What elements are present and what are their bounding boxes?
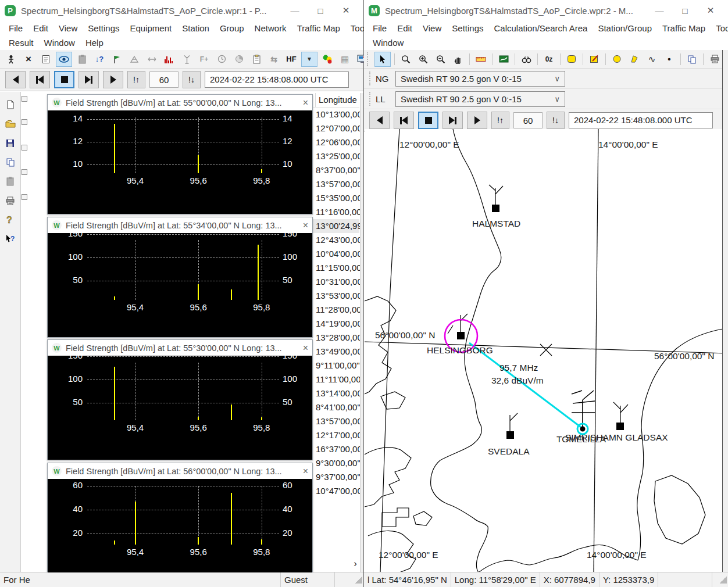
- delete-icon[interactable]: ×: [21, 52, 36, 66]
- clock-icon[interactable]: [214, 52, 229, 66]
- histogram-icon[interactable]: [162, 52, 177, 66]
- spectrum-plot[interactable]: 505010010015015095,495,695,8: [48, 233, 312, 337]
- chart-window-titlebar[interactable]: WField Strength [dBuV/m] at Lat: 55°34'0…: [48, 217, 312, 233]
- resize-grip[interactable]: [719, 576, 727, 584]
- menu-network[interactable]: Network: [249, 23, 292, 33]
- properties-icon[interactable]: [38, 52, 53, 66]
- menu-equipment[interactable]: Equipment: [124, 23, 177, 33]
- step-interval-up-button[interactable]: !↑: [491, 112, 509, 129]
- select-arrow-icon[interactable]: [374, 52, 391, 67]
- resize-grip[interactable]: [355, 576, 362, 584]
- antenna-icon[interactable]: [179, 52, 194, 66]
- dropdown-icon[interactable]: ▼: [301, 52, 317, 67]
- menu-station-group[interactable]: Station/Group: [593, 23, 657, 33]
- save-icon[interactable]: [3, 136, 18, 150]
- traffic-map[interactable]: 12°00'00,00" E 14°00'00,00" E 12°00'00,0…: [365, 129, 723, 572]
- traffic-lights-icon[interactable]: [320, 52, 335, 66]
- circle-tool-icon[interactable]: [609, 52, 624, 66]
- menu-group[interactable]: Group: [215, 23, 249, 33]
- clipboard-icon[interactable]: [249, 52, 264, 66]
- context-help-icon[interactable]: ?: [3, 232, 18, 246]
- menu-edit[interactable]: Edit: [392, 23, 417, 33]
- svedala-station-marker[interactable]: [506, 431, 514, 439]
- spectrum-plot[interactable]: 10101212141495,495,695,8: [48, 110, 312, 214]
- rectangle-tool-icon[interactable]: [564, 52, 579, 66]
- chart-window-titlebar[interactable]: WField Strength [dBuV/m] at Lat: 55°00'0…: [48, 95, 312, 110]
- menu-traffic-map[interactable]: Traffic Map: [657, 23, 711, 33]
- close-button[interactable]: ✕: [333, 5, 359, 16]
- menu-file[interactable]: File: [367, 23, 392, 33]
- menu-window[interactable]: Window: [39, 38, 80, 48]
- map-edit-icon[interactable]: [496, 52, 511, 66]
- close-icon[interactable]: ×: [295, 98, 308, 108]
- open-folder-icon[interactable]: [3, 117, 18, 131]
- menu-view[interactable]: View: [417, 23, 447, 33]
- minimize-button[interactable]: —: [282, 6, 308, 16]
- close-button[interactable]: ✕: [698, 5, 723, 16]
- skip-end-button[interactable]: [442, 112, 463, 129]
- paste-icon[interactable]: [3, 174, 18, 188]
- spectrum-plot[interactable]: 20204040606095,495,695,8: [48, 479, 312, 572]
- right-titlebar[interactable]: M Spectrum_HelsingborgTS&HalmstadTS_AoP_…: [364, 0, 728, 21]
- spectrum-view-icon[interactable]: [56, 52, 72, 67]
- tomelilla-station-marker[interactable]: [580, 427, 586, 432]
- binoculars-icon[interactable]: [519, 52, 534, 66]
- menu-traffic-map[interactable]: Traffic Map: [292, 23, 345, 33]
- polyline-tool-icon[interactable]: ∿: [644, 52, 659, 66]
- minimize-button[interactable]: —: [647, 6, 672, 16]
- link-icon[interactable]: [144, 52, 159, 66]
- play-button[interactable]: [467, 112, 487, 129]
- tree-expand-box[interactable]: [22, 169, 27, 175]
- close-icon[interactable]: ×: [295, 466, 308, 477]
- menu-view[interactable]: View: [53, 23, 83, 33]
- print-icon[interactable]: [3, 194, 18, 207]
- tree-expand-box[interactable]: [22, 119, 27, 125]
- person-icon[interactable]: ⇆: [266, 52, 281, 66]
- tree-expand-box[interactable]: [22, 145, 27, 151]
- maximize-button[interactable]: □: [672, 6, 698, 16]
- interval-input[interactable]: 60: [513, 112, 543, 128]
- point-tool-icon[interactable]: •: [662, 52, 677, 66]
- close-icon[interactable]: ×: [295, 220, 308, 231]
- ng-projection-combobox[interactable]: Swedish RT 90 2.5 gon V 0:-15 ∨: [395, 71, 565, 87]
- help-icon[interactable]: ?: [3, 213, 18, 227]
- zoom-out-icon[interactable]: [433, 52, 448, 66]
- field-plus-icon[interactable]: F+: [197, 52, 212, 66]
- chart-window-titlebar[interactable]: WField Strength [dBuV/m] at Lat: 55°30'0…: [48, 340, 312, 356]
- flag-icon[interactable]: [109, 52, 124, 66]
- tree-expand-box[interactable]: [22, 194, 27, 200]
- halmstad-station-marker[interactable]: [492, 205, 499, 212]
- pan-hand-icon[interactable]: [451, 52, 466, 66]
- menu-window[interactable]: Window: [367, 38, 409, 48]
- polygon-tool-icon[interactable]: [627, 52, 642, 66]
- stop-button[interactable]: [54, 71, 74, 88]
- chart-window-titlebar[interactable]: WField Strength [dBuV/m] at Lat: 56°00'0…: [48, 463, 312, 479]
- timestamp-field[interactable]: 2024-02-22 15:48:08.000 UTC: [569, 112, 713, 128]
- maximize-button[interactable]: □: [308, 6, 333, 16]
- measure-icon[interactable]: 0z: [541, 52, 556, 66]
- map-scrollbar[interactable]: [722, 50, 728, 587]
- menu-help[interactable]: Help: [80, 38, 109, 48]
- tree-expand-box[interactable]: [22, 96, 27, 102]
- ruler-icon[interactable]: [473, 52, 488, 66]
- step-back-button[interactable]: [5, 71, 26, 88]
- network-icon[interactable]: [127, 52, 142, 66]
- menu-settings[interactable]: Settings: [83, 23, 124, 33]
- menu-settings[interactable]: Settings: [447, 23, 488, 33]
- skip-start-button[interactable]: [394, 112, 414, 129]
- menu-station[interactable]: Station: [177, 23, 215, 33]
- scroll-right-chevron[interactable]: ›: [350, 558, 361, 570]
- zoom-lens-icon[interactable]: [398, 52, 413, 66]
- sort-question-icon[interactable]: ↓?: [92, 52, 107, 66]
- menu-tools[interactable]: Tools: [711, 23, 728, 33]
- menu-result[interactable]: Result: [3, 38, 39, 48]
- hf-icon[interactable]: HF: [284, 52, 299, 66]
- wizard-icon[interactable]: [3, 52, 19, 66]
- grid-icon[interactable]: ▦: [337, 52, 352, 66]
- new-document-icon[interactable]: [3, 98, 18, 112]
- pie-icon[interactable]: [231, 52, 247, 66]
- menu-file[interactable]: File: [3, 23, 28, 33]
- step-interval-down-button[interactable]: !↓: [183, 71, 201, 88]
- menu-calculation-search-area[interactable]: Calculation/Search Area: [488, 23, 593, 33]
- stop-button[interactable]: [418, 112, 438, 129]
